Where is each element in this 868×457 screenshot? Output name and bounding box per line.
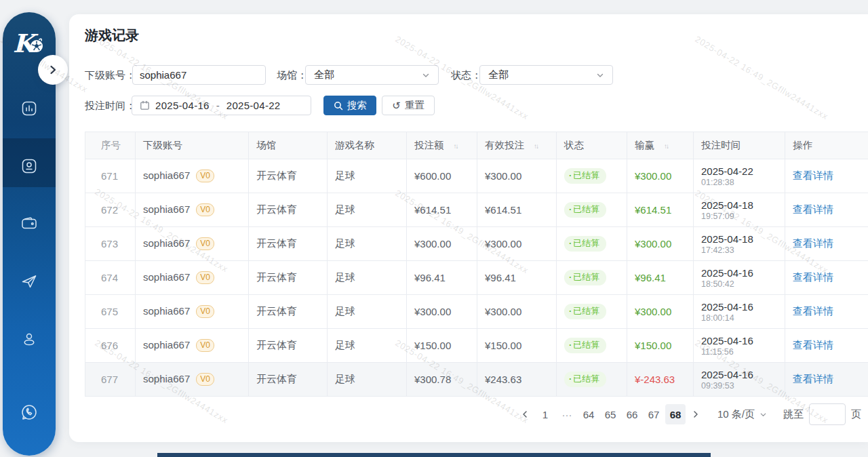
reset-button-label: 重置 [405, 99, 425, 112]
sidebar-item-profile[interactable] [20, 330, 38, 348]
cell-bet-time: 2025-04-2201:28:38 [694, 159, 785, 193]
sidebar-item-wallet[interactable] [20, 215, 38, 233]
sidebar-item-contact[interactable] [20, 403, 38, 421]
view-detail-link[interactable]: 查看详情 [793, 373, 833, 384]
content-card: 游戏记录 下级账号： 场馆： 全部 状态： 全部 投注时间： [69, 14, 868, 442]
chevron-right-icon [692, 410, 700, 418]
cell-game: 足球 [328, 363, 407, 397]
status-select[interactable]: 全部 [479, 65, 613, 85]
date-range-picker[interactable]: 2025-04-16 - 2025-04-22 [132, 96, 311, 115]
status-badge: 已结算 [564, 372, 606, 387]
cell-action: 查看详情 [785, 227, 868, 261]
cell-valid-bet: ¥300.00 [477, 295, 557, 329]
cell-bet-time: 2025-04-1618:00:14 [694, 295, 785, 329]
cell-account: sophia667V0 [136, 329, 249, 363]
records-table: 序号 下级账号 场馆 游戏名称 投注额↑↓ 有效投注↑↓ 状态 输赢↑↓ 投注时… [85, 132, 868, 397]
table-row: 674sophia667V0开云体育足球¥96.41¥96.41已结算¥96.4… [85, 261, 868, 295]
table-row: 675sophia667V0开云体育足球¥300.00¥300.00已结算¥30… [85, 295, 868, 329]
cell-account: sophia667V0 [136, 295, 249, 329]
cell-game: 足球 [328, 193, 407, 227]
level-badge: V0 [196, 373, 214, 386]
cell-status: 已结算 [557, 193, 627, 227]
page-button-64[interactable]: 64 [578, 404, 599, 424]
cell-venue: 开云体育 [249, 261, 328, 295]
page-title: 游戏记录 [85, 26, 139, 45]
cell-account: sophia667V0 [136, 159, 249, 193]
cell-win: ¥150.00 [627, 329, 694, 363]
table-header-row: 序号 下级账号 场馆 游戏名称 投注额↑↓ 有效投注↑↓ 状态 输赢↑↓ 投注时… [85, 132, 868, 159]
level-badge: V0 [196, 305, 214, 318]
page-size-select[interactable]: 10 条/页 [717, 408, 767, 421]
sidebar-item-send[interactable] [20, 273, 38, 290]
header-venue: 场馆 [249, 132, 328, 159]
cell-seq: 677 [85, 363, 136, 397]
cell-valid-bet: ¥243.63 [477, 363, 557, 397]
header-game: 游戏名称 [328, 132, 407, 159]
view-detail-link[interactable]: 查看详情 [793, 170, 833, 181]
view-detail-link[interactable]: 查看详情 [793, 203, 833, 215]
jump-page-input[interactable] [809, 403, 846, 425]
account-input[interactable] [133, 69, 265, 81]
page-size-value: 10 条/页 [717, 408, 755, 421]
view-detail-link[interactable]: 查看详情 [793, 339, 833, 351]
sidebar-collapse-button[interactable] [38, 55, 68, 85]
chevron-down-icon [596, 71, 604, 79]
date-from: 2025-04-16 [155, 100, 210, 111]
cell-bet-time: 2025-04-1611:15:56 [694, 329, 785, 363]
view-detail-link[interactable]: 查看详情 [793, 305, 833, 317]
cell-account: sophia667V0 [136, 193, 249, 227]
level-badge: V0 [196, 339, 214, 352]
cell-bet: ¥600.00 [407, 159, 477, 193]
cell-win: ¥614.51 [627, 193, 694, 227]
header-account: 下级账号 [136, 132, 249, 159]
header-win: 输赢↑↓ [627, 132, 694, 159]
cell-bet-time: 2025-04-1618:50:42 [694, 261, 785, 295]
account-input-box [132, 65, 266, 85]
page-ellipsis[interactable]: ··· [557, 404, 577, 424]
reset-button[interactable]: ↺ 重置 [382, 96, 435, 115]
table-row: 677sophia667V0开云体育足球¥300.78¥243.63已结算¥-2… [85, 363, 868, 397]
status-badge: 已结算 [564, 202, 606, 218]
prev-page-button[interactable] [515, 404, 534, 424]
header-action: 操作 [785, 132, 868, 159]
cell-status: 已结算 [557, 159, 627, 193]
venue-select[interactable]: 全部 [305, 65, 439, 85]
cell-venue: 开云体育 [249, 363, 328, 397]
page-button-68-active[interactable]: 68 [665, 404, 686, 424]
cell-game: 足球 [328, 227, 407, 261]
table-row: 671sophia667V0开云体育足球¥600.00¥300.00已结算¥30… [85, 159, 868, 193]
cell-action: 查看详情 [785, 295, 868, 329]
sort-icon[interactable]: ↑↓ [534, 142, 538, 150]
cell-seq: 672 [85, 193, 136, 227]
cell-venue: 开云体育 [249, 193, 328, 227]
page-button-67[interactable]: 67 [644, 404, 664, 424]
search-button[interactable]: 搜索 [323, 96, 376, 115]
cell-action: 查看详情 [785, 193, 868, 227]
page-button-66[interactable]: 66 [622, 404, 642, 424]
calendar-icon [140, 100, 150, 111]
date-separator: - [210, 100, 226, 111]
view-detail-link[interactable]: 查看详情 [793, 271, 833, 283]
sort-icon[interactable]: ↑↓ [664, 142, 668, 150]
status-badge: 已结算 [564, 304, 606, 319]
status-badge: 已结算 [564, 236, 606, 252]
sort-icon[interactable]: ↑↓ [454, 142, 458, 150]
page-button-65[interactable]: 65 [600, 404, 620, 424]
view-detail-link[interactable]: 查看详情 [793, 237, 833, 249]
sidebar-item-accounts[interactable] [20, 157, 38, 175]
page-button-1[interactable]: 1 [535, 404, 555, 424]
bottom-bar [157, 453, 711, 457]
header-seq: 序号 [85, 132, 136, 159]
header-valid-bet: 有效投注↑↓ [477, 132, 557, 159]
level-badge: V0 [196, 170, 214, 182]
venue-label: 场馆： [277, 65, 307, 85]
table-row: 672sophia667V0开云体育足球¥614.51¥614.51已结算¥61… [85, 193, 868, 227]
cell-account: sophia667V0 [136, 227, 249, 261]
sidebar-item-reports[interactable] [20, 100, 38, 117]
cell-status: 已结算 [557, 261, 627, 295]
next-page-button[interactable] [686, 404, 705, 424]
cell-seq: 675 [85, 295, 136, 329]
cell-game: 足球 [328, 261, 407, 295]
cell-status: 已结算 [557, 363, 627, 397]
cell-status: 已结算 [557, 295, 627, 329]
